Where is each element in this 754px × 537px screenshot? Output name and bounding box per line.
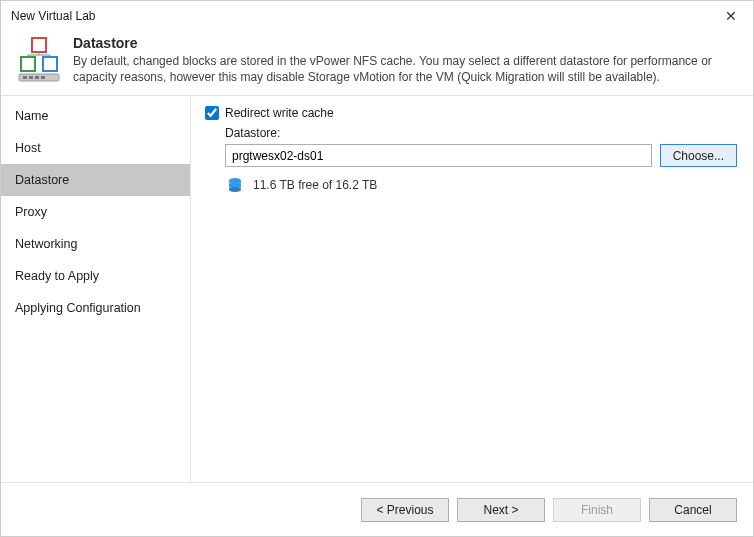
svg-rect-0 <box>32 38 46 52</box>
wizard-body: Name Host Datastore Proxy Networking Rea… <box>1 96 753 482</box>
datastore-free-space-row: 11.6 TB free of 16.2 TB <box>227 177 737 193</box>
step-proxy[interactable]: Proxy <box>1 196 190 228</box>
svg-rect-2 <box>43 57 57 71</box>
wizard-window: New Virtual Lab ✕ Datastore By default, <box>0 0 754 537</box>
step-host[interactable]: Host <box>1 132 190 164</box>
datastore-disk-icon <box>227 177 243 193</box>
svg-rect-8 <box>23 76 27 79</box>
page-description: By default, changed blocks are stored in… <box>73 53 739 85</box>
svg-rect-1 <box>21 57 35 71</box>
svg-rect-11 <box>41 76 45 79</box>
svg-point-14 <box>229 187 241 192</box>
datastore-input[interactable] <box>225 144 652 167</box>
wizard-header-text: Datastore By default, changed blocks are… <box>73 35 739 85</box>
close-icon[interactable]: ✕ <box>719 8 743 24</box>
step-datastore[interactable]: Datastore <box>1 164 190 196</box>
titlebar: New Virtual Lab ✕ <box>1 1 753 31</box>
next-button[interactable]: Next > <box>457 498 545 522</box>
redirect-write-cache-label: Redirect write cache <box>225 106 334 120</box>
wizard-footer: < Previous Next > Finish Cancel <box>1 482 753 536</box>
step-applying-configuration[interactable]: Applying Configuration <box>1 292 190 324</box>
wizard-header: Datastore By default, changed blocks are… <box>1 31 753 95</box>
step-name[interactable]: Name <box>1 100 190 132</box>
step-ready-to-apply[interactable]: Ready to Apply <box>1 260 190 292</box>
step-networking[interactable]: Networking <box>1 228 190 260</box>
cancel-button[interactable]: Cancel <box>649 498 737 522</box>
window-title: New Virtual Lab <box>11 9 96 23</box>
redirect-write-cache-checkbox[interactable] <box>205 106 219 120</box>
wizard-content: Redirect write cache Datastore: Choose..… <box>191 96 753 482</box>
datastore-field-label: Datastore: <box>225 126 737 140</box>
redirect-write-cache-row[interactable]: Redirect write cache <box>205 106 737 120</box>
datastore-row: Choose... <box>225 144 737 167</box>
page-title: Datastore <box>73 35 739 51</box>
previous-button[interactable]: < Previous <box>361 498 449 522</box>
datastore-free-space: 11.6 TB free of 16.2 TB <box>253 178 377 192</box>
svg-rect-9 <box>29 76 33 79</box>
wizard-steps-sidebar: Name Host Datastore Proxy Networking Rea… <box>1 96 191 482</box>
datastore-wizard-icon <box>15 35 63 83</box>
finish-button: Finish <box>553 498 641 522</box>
choose-button[interactable]: Choose... <box>660 144 737 167</box>
svg-rect-10 <box>35 76 39 79</box>
